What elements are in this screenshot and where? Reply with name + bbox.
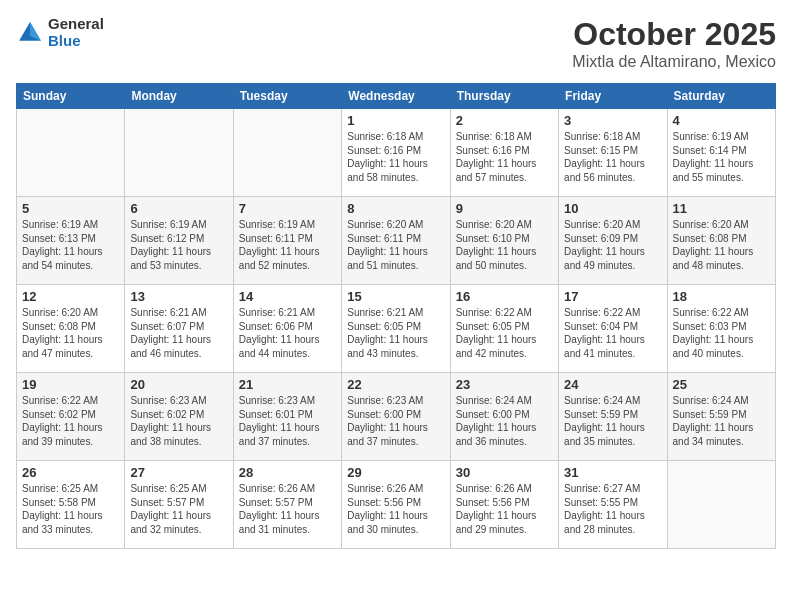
weekday-header-thursday: Thursday xyxy=(450,84,558,109)
calendar-cell: 30Sunrise: 6:26 AM Sunset: 5:56 PM Dayli… xyxy=(450,461,558,549)
day-number: 16 xyxy=(456,289,553,304)
day-number: 11 xyxy=(673,201,770,216)
page-header: General Blue October 2025 Mixtla de Alta… xyxy=(16,16,776,71)
day-number: 30 xyxy=(456,465,553,480)
day-number: 20 xyxy=(130,377,227,392)
calendar-cell: 16Sunrise: 6:22 AM Sunset: 6:05 PM Dayli… xyxy=(450,285,558,373)
logo-general: General xyxy=(48,16,104,33)
logo: General Blue xyxy=(16,16,104,49)
calendar-cell: 4Sunrise: 6:19 AM Sunset: 6:14 PM Daylig… xyxy=(667,109,775,197)
calendar-header-row: SundayMondayTuesdayWednesdayThursdayFrid… xyxy=(17,84,776,109)
calendar-cell xyxy=(233,109,341,197)
day-number: 25 xyxy=(673,377,770,392)
day-number: 12 xyxy=(22,289,119,304)
day-number: 31 xyxy=(564,465,661,480)
day-number: 3 xyxy=(564,113,661,128)
day-info: Sunrise: 6:21 AM Sunset: 6:06 PM Dayligh… xyxy=(239,306,336,360)
day-info: Sunrise: 6:19 AM Sunset: 6:14 PM Dayligh… xyxy=(673,130,770,184)
calendar-cell xyxy=(125,109,233,197)
calendar-cell: 24Sunrise: 6:24 AM Sunset: 5:59 PM Dayli… xyxy=(559,373,667,461)
calendar-cell: 14Sunrise: 6:21 AM Sunset: 6:06 PM Dayli… xyxy=(233,285,341,373)
calendar-cell: 17Sunrise: 6:22 AM Sunset: 6:04 PM Dayli… xyxy=(559,285,667,373)
day-info: Sunrise: 6:20 AM Sunset: 6:11 PM Dayligh… xyxy=(347,218,444,272)
day-number: 8 xyxy=(347,201,444,216)
day-info: Sunrise: 6:25 AM Sunset: 5:57 PM Dayligh… xyxy=(130,482,227,536)
weekday-header-friday: Friday xyxy=(559,84,667,109)
day-number: 28 xyxy=(239,465,336,480)
day-number: 10 xyxy=(564,201,661,216)
calendar-week-row: 19Sunrise: 6:22 AM Sunset: 6:02 PM Dayli… xyxy=(17,373,776,461)
location-subtitle: Mixtla de Altamirano, Mexico xyxy=(572,53,776,71)
weekday-header-wednesday: Wednesday xyxy=(342,84,450,109)
day-info: Sunrise: 6:19 AM Sunset: 6:12 PM Dayligh… xyxy=(130,218,227,272)
day-number: 23 xyxy=(456,377,553,392)
day-number: 9 xyxy=(456,201,553,216)
calendar-table: SundayMondayTuesdayWednesdayThursdayFrid… xyxy=(16,83,776,549)
day-number: 7 xyxy=(239,201,336,216)
day-info: Sunrise: 6:23 AM Sunset: 6:01 PM Dayligh… xyxy=(239,394,336,448)
day-info: Sunrise: 6:18 AM Sunset: 6:16 PM Dayligh… xyxy=(456,130,553,184)
weekday-header-saturday: Saturday xyxy=(667,84,775,109)
calendar-cell: 22Sunrise: 6:23 AM Sunset: 6:00 PM Dayli… xyxy=(342,373,450,461)
day-info: Sunrise: 6:20 AM Sunset: 6:09 PM Dayligh… xyxy=(564,218,661,272)
day-number: 5 xyxy=(22,201,119,216)
day-info: Sunrise: 6:26 AM Sunset: 5:57 PM Dayligh… xyxy=(239,482,336,536)
day-number: 4 xyxy=(673,113,770,128)
calendar-cell: 25Sunrise: 6:24 AM Sunset: 5:59 PM Dayli… xyxy=(667,373,775,461)
day-number: 2 xyxy=(456,113,553,128)
day-info: Sunrise: 6:18 AM Sunset: 6:16 PM Dayligh… xyxy=(347,130,444,184)
calendar-cell: 6Sunrise: 6:19 AM Sunset: 6:12 PM Daylig… xyxy=(125,197,233,285)
calendar-cell: 29Sunrise: 6:26 AM Sunset: 5:56 PM Dayli… xyxy=(342,461,450,549)
day-info: Sunrise: 6:21 AM Sunset: 6:07 PM Dayligh… xyxy=(130,306,227,360)
calendar-cell: 3Sunrise: 6:18 AM Sunset: 6:15 PM Daylig… xyxy=(559,109,667,197)
day-number: 14 xyxy=(239,289,336,304)
day-number: 21 xyxy=(239,377,336,392)
calendar-cell: 5Sunrise: 6:19 AM Sunset: 6:13 PM Daylig… xyxy=(17,197,125,285)
day-info: Sunrise: 6:22 AM Sunset: 6:02 PM Dayligh… xyxy=(22,394,119,448)
day-info: Sunrise: 6:26 AM Sunset: 5:56 PM Dayligh… xyxy=(347,482,444,536)
day-info: Sunrise: 6:24 AM Sunset: 5:59 PM Dayligh… xyxy=(564,394,661,448)
calendar-cell: 31Sunrise: 6:27 AM Sunset: 5:55 PM Dayli… xyxy=(559,461,667,549)
day-number: 13 xyxy=(130,289,227,304)
day-info: Sunrise: 6:19 AM Sunset: 6:13 PM Dayligh… xyxy=(22,218,119,272)
day-number: 18 xyxy=(673,289,770,304)
calendar-cell: 26Sunrise: 6:25 AM Sunset: 5:58 PM Dayli… xyxy=(17,461,125,549)
calendar-cell: 13Sunrise: 6:21 AM Sunset: 6:07 PM Dayli… xyxy=(125,285,233,373)
day-info: Sunrise: 6:21 AM Sunset: 6:05 PM Dayligh… xyxy=(347,306,444,360)
day-number: 26 xyxy=(22,465,119,480)
day-info: Sunrise: 6:22 AM Sunset: 6:03 PM Dayligh… xyxy=(673,306,770,360)
logo-text: General Blue xyxy=(48,16,104,49)
day-info: Sunrise: 6:20 AM Sunset: 6:10 PM Dayligh… xyxy=(456,218,553,272)
day-info: Sunrise: 6:20 AM Sunset: 6:08 PM Dayligh… xyxy=(673,218,770,272)
day-number: 6 xyxy=(130,201,227,216)
calendar-week-row: 12Sunrise: 6:20 AM Sunset: 6:08 PM Dayli… xyxy=(17,285,776,373)
day-info: Sunrise: 6:18 AM Sunset: 6:15 PM Dayligh… xyxy=(564,130,661,184)
calendar-cell xyxy=(667,461,775,549)
calendar-cell: 7Sunrise: 6:19 AM Sunset: 6:11 PM Daylig… xyxy=(233,197,341,285)
calendar-cell: 19Sunrise: 6:22 AM Sunset: 6:02 PM Dayli… xyxy=(17,373,125,461)
day-number: 27 xyxy=(130,465,227,480)
day-info: Sunrise: 6:23 AM Sunset: 6:00 PM Dayligh… xyxy=(347,394,444,448)
day-info: Sunrise: 6:22 AM Sunset: 6:04 PM Dayligh… xyxy=(564,306,661,360)
calendar-cell: 21Sunrise: 6:23 AM Sunset: 6:01 PM Dayli… xyxy=(233,373,341,461)
calendar-week-row: 26Sunrise: 6:25 AM Sunset: 5:58 PM Dayli… xyxy=(17,461,776,549)
calendar-week-row: 5Sunrise: 6:19 AM Sunset: 6:13 PM Daylig… xyxy=(17,197,776,285)
day-number: 24 xyxy=(564,377,661,392)
day-info: Sunrise: 6:25 AM Sunset: 5:58 PM Dayligh… xyxy=(22,482,119,536)
day-number: 29 xyxy=(347,465,444,480)
calendar-cell: 12Sunrise: 6:20 AM Sunset: 6:08 PM Dayli… xyxy=(17,285,125,373)
calendar-cell xyxy=(17,109,125,197)
month-title: October 2025 xyxy=(572,16,776,53)
day-info: Sunrise: 6:26 AM Sunset: 5:56 PM Dayligh… xyxy=(456,482,553,536)
day-info: Sunrise: 6:27 AM Sunset: 5:55 PM Dayligh… xyxy=(564,482,661,536)
calendar-cell: 18Sunrise: 6:22 AM Sunset: 6:03 PM Dayli… xyxy=(667,285,775,373)
day-info: Sunrise: 6:24 AM Sunset: 6:00 PM Dayligh… xyxy=(456,394,553,448)
day-info: Sunrise: 6:23 AM Sunset: 6:02 PM Dayligh… xyxy=(130,394,227,448)
day-number: 19 xyxy=(22,377,119,392)
day-number: 17 xyxy=(564,289,661,304)
calendar-cell: 9Sunrise: 6:20 AM Sunset: 6:10 PM Daylig… xyxy=(450,197,558,285)
day-number: 15 xyxy=(347,289,444,304)
calendar-cell: 27Sunrise: 6:25 AM Sunset: 5:57 PM Dayli… xyxy=(125,461,233,549)
day-info: Sunrise: 6:19 AM Sunset: 6:11 PM Dayligh… xyxy=(239,218,336,272)
calendar-cell: 15Sunrise: 6:21 AM Sunset: 6:05 PM Dayli… xyxy=(342,285,450,373)
